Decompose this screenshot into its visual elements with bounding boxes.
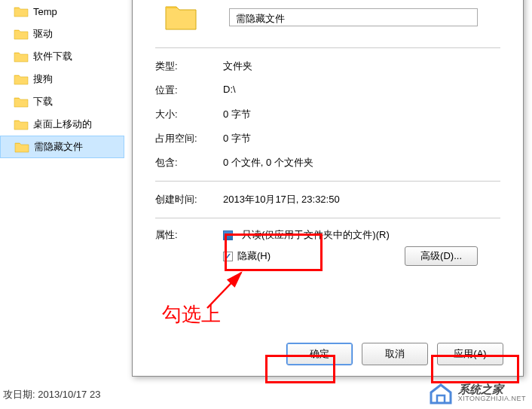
location-label: 位置:	[155, 84, 223, 97]
location-value: D:\	[223, 84, 236, 97]
folder-icon	[14, 141, 29, 153]
large-folder-icon	[163, 0, 199, 35]
watermark: 系统之家 XITONGZHIJIA.NET	[428, 382, 526, 404]
tree-item-label: Temp	[33, 6, 57, 17]
divider	[155, 47, 500, 48]
folder-name-input[interactable]: 需隐藏文件	[229, 8, 478, 26]
disk-size-label: 占用空间:	[155, 132, 223, 145]
watermark-logo-icon	[428, 382, 454, 404]
cancel-button[interactable]: 取消	[362, 343, 428, 365]
divider	[155, 218, 500, 218]
type-value: 文件夹	[223, 60, 252, 73]
tree-item-label: 软件下载	[33, 50, 72, 63]
tree-item[interactable]: 软件下载	[0, 45, 124, 68]
folder-icon	[14, 96, 29, 108]
folder-icon	[14, 118, 29, 130]
tree-item-label: 下载	[33, 95, 53, 108]
tree-item[interactable]: 下载	[0, 90, 124, 113]
tree-item[interactable]: 搜狗	[0, 68, 124, 90]
watermark-cn: 系统之家	[458, 383, 526, 396]
annotation-text: 勾选上	[162, 301, 221, 328]
attributes-label: 属性:	[155, 228, 223, 242]
tree-item-temp[interactable]: Temp	[0, 0, 124, 23]
tree-item-label: 搜狗	[33, 72, 53, 86]
advanced-button[interactable]: 高级(D)...	[405, 246, 478, 266]
tree-item-selected[interactable]: 需隐藏文件	[0, 136, 124, 158]
folder-icon	[14, 73, 29, 85]
status-bar: 攻日期: 2013/10/17 23	[0, 388, 100, 401]
folder-icon	[14, 5, 29, 17]
created-value: 2013年10月17日, 23:32:50	[223, 193, 340, 206]
watermark-en: XITONGZHIJIA.NET	[458, 395, 526, 403]
tree-item-label: 需隐藏文件	[34, 140, 83, 154]
contains-value: 0 个文件, 0 个文件夹	[223, 156, 313, 169]
annotation-highlight-hidden	[225, 233, 323, 271]
annotation-highlight-ok	[265, 355, 335, 383]
created-label: 创建时间:	[155, 193, 223, 206]
contains-label: 包含:	[155, 156, 223, 169]
divider	[155, 181, 500, 182]
annotation-highlight-apply	[431, 355, 519, 383]
tree-item-label: 桌面上移动的	[33, 118, 92, 131]
type-label: 类型:	[155, 60, 223, 73]
status-date-label: 攻日期:	[3, 389, 35, 400]
tree-item[interactable]: 桌面上移动的	[0, 113, 124, 136]
folder-icon	[14, 50, 29, 63]
folder-tree: Temp 驱动 软件下载 搜狗 下载 桌面上移动的 需隐藏文件	[0, 0, 124, 409]
size-label: 大小:	[155, 108, 223, 121]
status-date-value: 2013/10/17 23	[38, 389, 100, 400]
tree-item[interactable]: 驱动	[0, 23, 124, 45]
tree-item-label: 驱动	[33, 27, 53, 41]
size-value: 0 字节	[223, 108, 251, 121]
disk-size-value: 0 字节	[223, 132, 251, 145]
folder-icon	[14, 28, 29, 40]
